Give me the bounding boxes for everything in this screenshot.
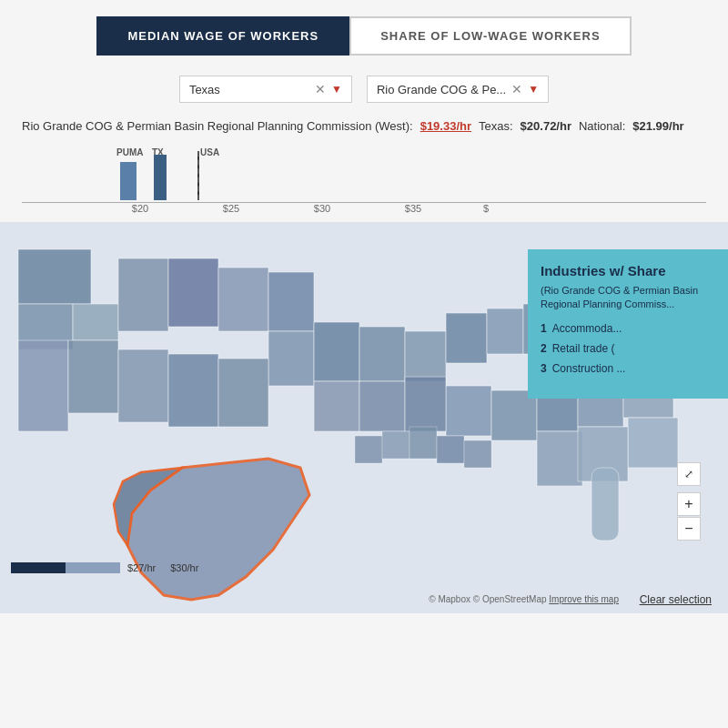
tx-bar <box>154 155 167 200</box>
industry-name-2: Retail trade ( <box>552 342 615 355</box>
state-filter-clear[interactable]: ✕ <box>315 82 326 96</box>
map-container[interactable]: Industries w/ Share (Rio Grande COG & Pe… <box>0 222 728 613</box>
region-stat-label: Rio Grande COG & Permian Basin Regional … <box>22 119 413 133</box>
svg-rect-30 <box>18 340 68 431</box>
zoom-out-button[interactable]: − <box>677 517 701 541</box>
svg-rect-5 <box>168 258 218 327</box>
stats-bar: Rio Grande COG & Permian Basin Regional … <box>0 112 728 140</box>
region-filter-arrow[interactable]: ▼ <box>528 83 539 96</box>
industries-panel: Industries w/ Share (Rio Grande COG & Pe… <box>528 249 728 399</box>
clear-selection-button[interactable]: Clear selection <box>640 593 712 606</box>
industry-item-1: 1 Accommoda... <box>541 322 715 335</box>
state-filter-value: Texas <box>189 83 309 96</box>
usa-bar <box>197 151 199 200</box>
tab-low-wage-share[interactable]: SHARE OF LOW-WAGE WORKERS <box>349 16 631 56</box>
svg-rect-19 <box>446 386 491 436</box>
bar-chart: PUMA TX USA <box>22 146 706 200</box>
improve-map-link[interactable]: Improve this map <box>549 594 619 604</box>
region-filter[interactable]: Rio Grande COG & Pe... ✕ ▼ <box>367 76 549 103</box>
region-filter-clear[interactable]: ✕ <box>511 82 522 96</box>
svg-rect-41 <box>592 468 619 541</box>
state-stat-label: Texas: <box>479 119 513 133</box>
svg-rect-32 <box>118 349 168 422</box>
svg-rect-36 <box>355 436 382 463</box>
svg-rect-39 <box>437 436 464 463</box>
svg-rect-28 <box>359 381 405 431</box>
svg-rect-33 <box>168 354 218 427</box>
industry-rank-3: 3 <box>541 362 547 375</box>
legend: $27/hr $30/hr <box>0 557 217 579</box>
svg-rect-38 <box>410 427 437 459</box>
legend-low-label: $27/hr <box>127 562 156 573</box>
axis-tick-end: $ <box>459 203 513 214</box>
svg-rect-40 <box>464 440 491 468</box>
svg-rect-6 <box>218 268 268 331</box>
legend-bar-light <box>66 562 120 573</box>
state-stat-value: $20.72/hr <box>521 119 571 133</box>
tab-median-wage[interactable]: MEDIAN WAGE OF WORKERS <box>96 16 349 56</box>
expand-button[interactable]: ⤢ <box>677 462 701 486</box>
axis-tick-20: $20 <box>95 203 186 214</box>
industry-item-3: 3 Construction ... <box>541 362 715 375</box>
national-stat-label: National: <box>579 119 625 133</box>
svg-rect-11 <box>405 331 446 381</box>
svg-rect-8 <box>268 331 314 386</box>
map-attribution: © Mapbox © OpenStreetMap Improve this ma… <box>429 594 619 604</box>
region-stat-value: $19.33/hr <box>420 119 471 133</box>
puma-label: PUMA <box>116 147 143 157</box>
svg-rect-13 <box>487 308 523 354</box>
legend-high-label: $30/hr <box>170 562 198 573</box>
legend-bar-dark <box>11 562 66 573</box>
axis-tick-30: $30 <box>277 203 368 214</box>
axis-tick-25: $25 <box>186 203 277 214</box>
svg-rect-9 <box>314 322 359 381</box>
svg-rect-10 <box>359 327 405 381</box>
mapbox-credit: © Mapbox © OpenStreetMap <box>429 594 546 604</box>
industry-name-3: Construction ... <box>552 362 626 375</box>
industry-rank-1: 1 <box>541 322 547 335</box>
zoom-in-button[interactable]: + <box>677 492 701 516</box>
tab-bar: MEDIAN WAGE OF WORKERS SHARE OF LOW-WAGE… <box>0 0 728 68</box>
svg-rect-1 <box>18 249 91 304</box>
industries-panel-title: Industries w/ Share <box>541 262 715 280</box>
national-stat-value: $21.99/hr <box>632 119 683 133</box>
svg-rect-31 <box>68 340 118 413</box>
industries-panel-subtitle: (Rio Grande COG & Permian Basin Regional… <box>541 284 715 312</box>
svg-rect-29 <box>405 377 446 431</box>
filter-row: Texas ✕ ▼ Rio Grande COG & Pe... ✕ ▼ <box>0 68 728 112</box>
industry-rank-2: 2 <box>541 342 547 355</box>
svg-rect-37 <box>382 431 410 459</box>
svg-rect-27 <box>314 381 359 431</box>
svg-rect-3 <box>73 304 118 340</box>
puma-bar <box>120 162 136 200</box>
svg-rect-4 <box>118 258 168 331</box>
zoom-controls: ⤢ + − <box>677 462 701 541</box>
chart-area: PUMA TX USA $20 $25 $30 $35 $ <box>0 140 728 222</box>
axis-tick-35: $35 <box>368 203 459 214</box>
industry-name-1: Accommoda... <box>552 322 622 335</box>
region-filter-value: Rio Grande COG & Pe... <box>377 83 506 96</box>
svg-rect-34 <box>218 359 268 427</box>
svg-rect-7 <box>268 272 314 331</box>
svg-rect-25 <box>537 431 582 486</box>
industry-item-2: 2 Retail trade ( <box>541 342 715 355</box>
state-filter[interactable]: Texas ✕ ▼ <box>179 76 352 103</box>
state-filter-arrow[interactable]: ▼ <box>331 83 342 96</box>
usa-label: USA <box>200 147 219 157</box>
svg-rect-24 <box>628 418 678 468</box>
svg-rect-12 <box>446 313 487 363</box>
